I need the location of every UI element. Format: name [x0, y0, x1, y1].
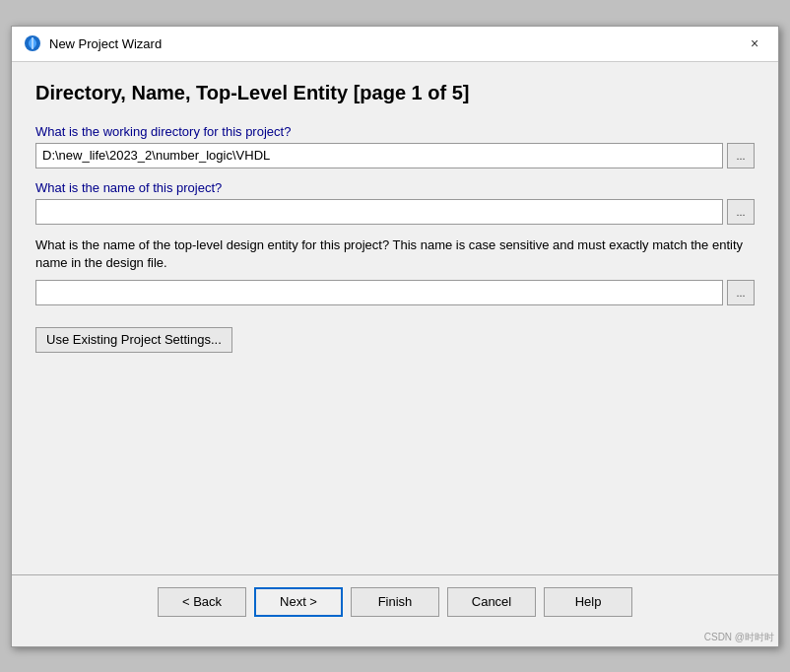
watermark: CSDN @时时时 — [12, 629, 778, 646]
app-icon — [24, 34, 41, 52]
button-bar: < Back Next > Finish Cancel Help — [12, 574, 778, 629]
finish-button[interactable]: Finish — [351, 587, 439, 617]
project-name-browse-button[interactable]: ... — [727, 199, 755, 225]
back-button[interactable]: < Back — [158, 587, 246, 617]
directory-label: What is the working directory for this p… — [35, 124, 755, 139]
directory-browse-button[interactable]: ... — [727, 143, 755, 168]
entity-browse-button[interactable]: ... — [727, 280, 755, 305]
title-bar-left: New Project Wizard — [24, 34, 162, 52]
close-button[interactable]: × — [743, 32, 766, 55]
page-heading: Directory, Name, Top-Level Entity [page … — [35, 82, 755, 104]
directory-input[interactable] — [35, 143, 723, 168]
next-button[interactable]: Next > — [254, 587, 343, 617]
project-name-row: ... — [35, 199, 755, 225]
help-button[interactable]: Help — [544, 587, 632, 617]
entity-input[interactable] — [35, 280, 723, 305]
use-existing-settings-button[interactable]: Use Existing Project Settings... — [35, 327, 232, 353]
content-area: Directory, Name, Top-Level Entity [page … — [12, 62, 778, 574]
dialog-title: New Project Wizard — [49, 36, 162, 51]
title-bar: New Project Wizard × — [12, 27, 778, 62]
entity-row: ... — [35, 280, 755, 305]
new-project-wizard-dialog: New Project Wizard × Directory, Name, To… — [11, 26, 779, 647]
entity-description: What is the name of the top-level design… — [35, 236, 755, 272]
directory-row: ... — [35, 143, 755, 168]
project-name-label: What is the name of this project? — [35, 180, 755, 195]
cancel-button[interactable]: Cancel — [447, 587, 536, 617]
project-name-input[interactable] — [35, 199, 723, 225]
